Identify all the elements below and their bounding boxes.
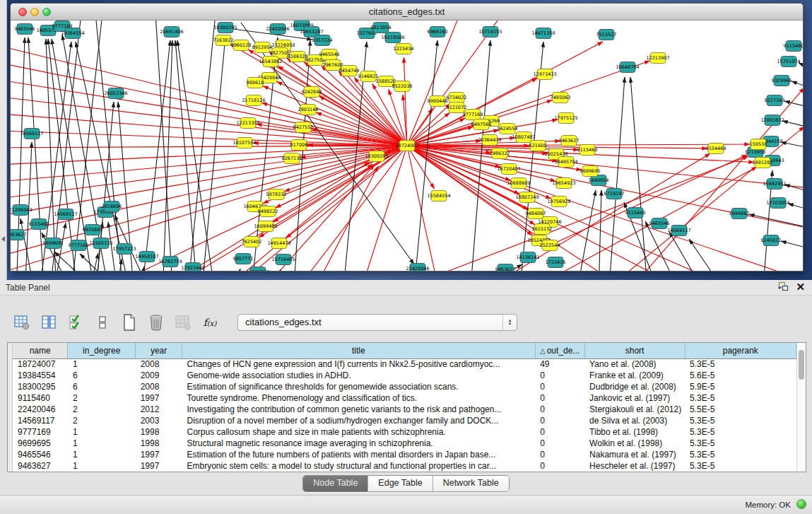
collapse-left-arrow-icon[interactable] [1,236,5,242]
table-cell[interactable]: 5.3E-5 [685,449,796,460]
table-cell[interactable]: 2 [68,404,136,415]
table-cell[interactable]: 22420046 [13,404,68,415]
graph-node[interactable]: 16648784 [616,62,639,73]
float-panel-icon[interactable] [778,281,789,292]
table-cell[interactable]: Dudbridge et al. (2008) [584,381,685,392]
table-row[interactable]: 2242004622012Investigating the contribut… [13,404,796,415]
table-cell[interactable]: de Silva et al. (2003) [584,415,685,426]
graph-node[interactable]: 7986322 [490,148,510,159]
graph-node[interactable]: 9242848 [302,87,322,98]
graph-node[interactable]: 621600 [529,141,547,151]
graph-node[interactable]: 9115460 [29,219,49,230]
graph-node[interactable]: 7625402 [242,237,262,247]
table-cell[interactable]: Tourette syndrome. Phenomenology and cla… [182,392,535,404]
tab-edge-table[interactable]: Edge Table [368,476,433,491]
graph-node[interactable]: 6497568 [471,119,492,130]
graph-node[interactable]: 9465546 [649,218,670,229]
graph-node[interactable]: 9463627 [11,230,26,240]
table-row[interactable]: 1938455462009Genome-wide association stu… [13,370,796,381]
table-cell[interactable]: 1 [68,460,136,472]
network-window[interactable]: citations_edges.txt 94655461405572497771… [10,3,804,271]
network-window-titlebar[interactable]: citations_edges.txt [11,4,803,21]
table-cell[interactable]: 5.5E-5 [685,404,796,415]
table-cell[interactable]: 0 [535,392,584,404]
graph-node[interactable]: 12923448 [181,263,204,272]
table-cell[interactable]: 5.9E-5 [685,381,796,392]
table-panel-titlebar[interactable]: Table Panel ✕ [0,280,812,296]
close-panel-icon[interactable]: ✕ [796,281,805,292]
table-cell[interactable]: 5.3E-5 [685,358,796,370]
graph-node[interactable]: 15584554 [427,191,450,201]
column-header-in-degree[interactable]: in_degree [68,343,136,358]
graph-node[interactable]: 8960128 [231,40,252,51]
vertical-scrollbar[interactable] [796,343,806,472]
table-cell[interactable]: Structural magnetic resonance image aver… [182,438,535,449]
column-header-pagerank[interactable]: pagerank [685,343,796,358]
table-cell[interactable]: 6 [68,381,136,392]
graph-node[interactable]: 8813054 [371,23,392,33]
row-visibility-button[interactable] [93,313,112,332]
graph-node[interactable]: 15716485 [271,255,295,265]
graph-node[interactable]: 9227343 [765,95,785,106]
table-cell[interactable]: 9777169 [13,426,68,438]
graph-node[interactable]: 9777169 [69,240,89,251]
table-cell[interactable]: Stergiakouli et al. (2012) [584,404,685,415]
graph-node[interactable]: 8357224 [312,35,333,46]
table-row[interactable]: 1830029562008Estimation of significance … [13,381,796,392]
graph-node[interactable]: 12213907 [646,53,669,64]
graph-node[interactable]: 6734022 [447,93,467,103]
graph-node[interactable]: 817006 [290,140,308,151]
table-cell[interactable]: 1 [68,438,136,449]
table-cell[interactable]: 1997 [136,392,182,404]
table-cell[interactable]: Nakamura et al. (1997) [584,449,685,460]
table-cell[interactable]: 0 [535,460,584,472]
graph-node[interactable]: 15505135 [89,238,112,249]
graph-node[interactable]: 1691282 [753,158,773,168]
graph-node[interactable]: 7515527 [596,30,617,40]
table-cell[interactable]: 1 [68,449,136,460]
graph-node[interactable]: 9154469 [706,144,726,154]
graph-node[interactable]: 1694862 [729,209,750,219]
show-columns-button[interactable] [40,313,58,332]
graph-node[interactable]: 2522544 [540,240,560,251]
graph-node[interactable]: 9465546 [15,24,35,35]
table-cell[interactable]: 5.6E-5 [685,370,796,381]
graph-node[interactable]: 14671358 [531,28,555,39]
table-row[interactable]: 946362711997Embryonic stem cells: a mode… [13,460,796,472]
table-cell[interactable]: Tibbo et al. (1998) [584,426,685,438]
table-cell[interactable]: 9465546 [13,449,68,460]
graph-node[interactable]: 9115460 [625,208,646,218]
table-settings-button[interactable] [13,313,31,332]
table-cell[interactable]: 5.3E-5 [685,415,796,426]
graph-node[interactable]: 989610 [247,78,264,88]
graph-node[interactable]: 14136141 [516,252,539,263]
graph-node[interactable]: 9777169 [463,110,483,120]
table-cell[interactable]: 0 [535,370,584,381]
graph-node[interactable]: 9245022 [761,235,782,246]
table-cell[interactable]: 9115460 [13,392,68,404]
graph-node[interactable]: 8427552 [293,122,314,133]
tab-network-table[interactable]: Network Table [433,476,509,491]
graph-node[interactable]: 8454749 [339,66,360,76]
graph-node[interactable]: 14958107 [135,252,158,262]
import-table-button[interactable] [174,313,192,332]
table-cell[interactable]: Changes of HCN gene expression and I(f) … [182,358,535,370]
table-row[interactable]: 911546021997Tourette syndrome. Phenomeno… [13,392,796,404]
graph-node[interactable]: 8267130 [282,153,302,164]
table-row[interactable]: 1456911722003Disruption of a novel membe… [13,415,796,426]
graph-node[interactable]: 9990448 [428,96,448,107]
table-cell[interactable]: Investigating the contribution of common… [182,404,535,415]
table-cell[interactable]: 0 [535,381,584,392]
table-cell[interactable]: 18724007 [13,358,68,370]
graph-node[interactable]: 18300295 [213,23,237,33]
network-canvas[interactable]: 9465546140557249777169193845542069140618… [11,21,804,271]
table-cell[interactable]: Disruption of a novel member of a sodium… [182,415,535,426]
table-cell[interactable]: Jankovic et al. (1997) [584,392,685,404]
graph-node[interactable]: 9699695 [580,166,601,177]
table-cell[interactable]: Yano et al. (2008) [584,358,685,370]
new-table-button[interactable] [120,313,139,332]
graph-node[interactable]: 2616696 [102,201,122,212]
table-row[interactable]: 1872400712008Changes of HCN gene express… [13,358,796,370]
table-selector-dropdown[interactable]: citations_edges.txt ▲▼ [237,314,517,331]
table-cell[interactable]: 2012 [136,404,182,415]
